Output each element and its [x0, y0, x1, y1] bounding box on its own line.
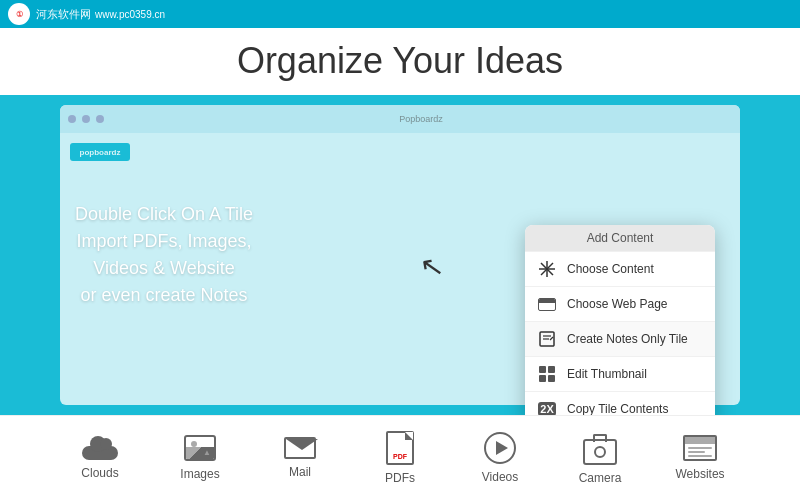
- menu-item-copy-tile[interactable]: 2X Copy Tile Contents: [525, 391, 715, 415]
- menu-label-choose-content: Choose Content: [567, 262, 654, 276]
- video-icon: [484, 432, 516, 464]
- bottom-bar: Clouds Images Mail PDF PDFs Videos: [0, 415, 800, 500]
- bottom-item-images[interactable]: Images: [150, 435, 250, 481]
- bottom-item-videos[interactable]: Videos: [450, 432, 550, 484]
- bottom-label-clouds: Clouds: [81, 466, 118, 480]
- mockup-dot-2: [82, 115, 90, 123]
- camera-icon: [583, 432, 617, 465]
- 2x-badge: 2X: [538, 402, 555, 415]
- bottom-item-websites[interactable]: Websites: [650, 435, 750, 481]
- menu-label-copy-tile: Copy Tile Contents: [567, 402, 668, 415]
- image-icon: [184, 435, 216, 461]
- text-line-1: Double Click On A Tile: [75, 201, 253, 228]
- app-logo-box: popboardz: [70, 143, 130, 161]
- pdf-icon: PDF: [386, 431, 414, 465]
- watermark-site-name: 河东软件网: [36, 7, 91, 22]
- edit-icon: [537, 329, 557, 349]
- pdf-text: PDF: [393, 453, 407, 460]
- text-line-4: or even create Notes: [75, 282, 253, 309]
- mail-icon: [284, 437, 316, 459]
- website-icon: [683, 435, 717, 461]
- menu-label-edit-thumbnail: Edit Thumbnail: [567, 367, 647, 381]
- watermark-url: www.pc0359.cn: [95, 9, 165, 20]
- bottom-item-camera[interactable]: Camera: [550, 432, 650, 485]
- main-text-overlay: Double Click On A Tile Import PDFs, Imag…: [75, 201, 253, 309]
- bottom-item-mail[interactable]: Mail: [250, 437, 350, 479]
- menu-item-choose-content[interactable]: Choose Content: [525, 251, 715, 286]
- svg-line-7: [550, 337, 553, 340]
- mockup-dot-1: [68, 115, 76, 123]
- menu-item-choose-web-page[interactable]: Choose Web Page: [525, 286, 715, 321]
- sparkle-icon: [537, 259, 557, 279]
- text-line-2: Import PDFs, Images,: [75, 228, 253, 255]
- grid-icon: [537, 364, 557, 384]
- text-line-3: Videos & Website: [75, 255, 253, 282]
- menu-label-create-notes: Create Notes Only Tile: [567, 332, 688, 346]
- menu-label-choose-web-page: Choose Web Page: [567, 297, 668, 311]
- menu-item-edit-thumbnail[interactable]: Edit Thumbnail: [525, 356, 715, 391]
- bottom-item-pdfs[interactable]: PDF PDFs: [350, 431, 450, 485]
- watermark-bar: ① 河东软件网 www.pc0359.cn: [0, 0, 800, 28]
- menu-item-create-notes[interactable]: Create Notes Only Tile: [525, 321, 715, 356]
- bottom-label-videos: Videos: [482, 470, 518, 484]
- bottom-label-images: Images: [180, 467, 219, 481]
- copy-icon: 2X: [537, 399, 557, 415]
- main-area: Popboardz popboardz Double Click On A Ti…: [0, 95, 800, 415]
- app-logo-area: popboardz: [70, 143, 130, 161]
- bottom-item-clouds[interactable]: Clouds: [50, 436, 150, 480]
- cloud-icon: [82, 436, 118, 460]
- page-title: Organize Your Ideas: [0, 28, 800, 92]
- bottom-label-mail: Mail: [289, 465, 311, 479]
- watermark-logo: ①: [8, 3, 30, 25]
- app-logo-text: popboardz: [80, 148, 121, 157]
- bottom-label-pdfs: PDFs: [385, 471, 415, 485]
- context-menu: Add Content Choose Content Choose Web Pa…: [525, 225, 715, 415]
- mockup-toolbar: Popboardz: [60, 105, 740, 133]
- mockup-title: Popboardz: [399, 114, 443, 124]
- browser-icon: [537, 294, 557, 314]
- mockup-dot-3: [96, 115, 104, 123]
- context-menu-header: Add Content: [525, 225, 715, 251]
- bottom-label-websites: Websites: [675, 467, 724, 481]
- bottom-label-camera: Camera: [579, 471, 622, 485]
